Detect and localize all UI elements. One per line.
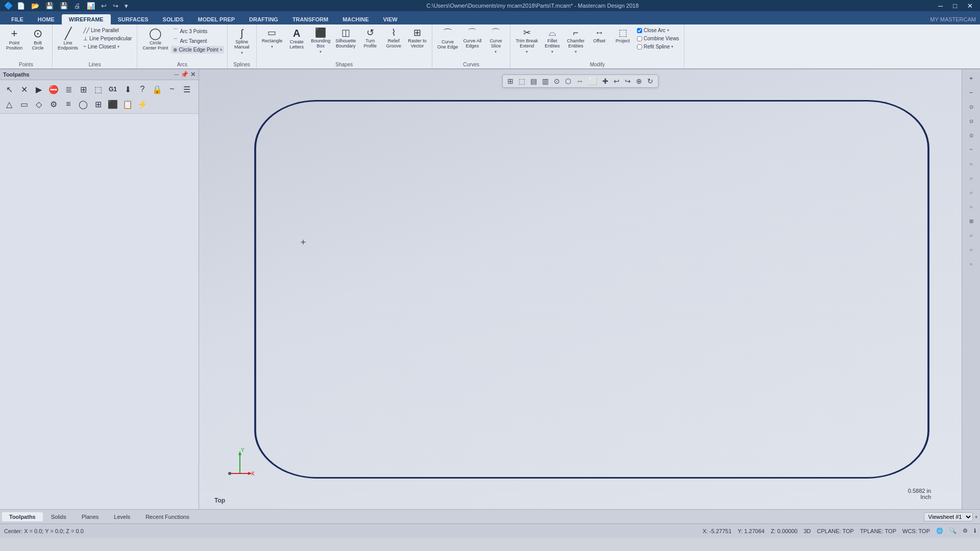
combine-views-checkbox[interactable] [637,36,642,41]
bolt-circle-button[interactable]: ⊙ BoltCircle [27,27,49,52]
tab-wireframe[interactable]: WIREFRAME [62,14,111,24]
curve-all-edges-button[interactable]: ⌒ Curve AllEdges [461,27,483,50]
tp-flash-button[interactable]: ⚡ [135,97,150,111]
save-icon[interactable]: 💾 [43,1,56,11]
rs-dot5-button[interactable]: ○ [964,243,979,256]
tp-down-button[interactable]: ⬇ [120,82,135,96]
rectangle-button[interactable]: ▭ Rectangle ▾ [260,27,285,51]
tab-toolpaths[interactable]: Toolpaths [2,512,43,521]
vp-wireframe-icon[interactable]: ▥ [541,76,550,86]
tab-machine[interactable]: MACHINE [335,14,376,24]
rs-view2-button[interactable]: ⊙ [964,114,979,128]
undo-icon[interactable]: ↩ [99,1,109,11]
tp-circle-button[interactable]: ◯ [76,97,90,111]
close-arc-checkbox[interactable] [637,28,642,33]
tp-delete-button[interactable]: ✕ [17,82,31,96]
refit-spline-dropdown[interactable]: ▾ [671,44,673,49]
tab-view[interactable]: VIEW [376,14,405,24]
circle-edge-point-button[interactable]: ⊕ Circle Edge Point ▾ [171,46,224,54]
status-search-icon[interactable]: 🔍 [949,528,957,534]
tab-levels[interactable]: Levels [107,512,137,521]
curve-one-edge-button[interactable]: ⌒ CurveOne Edge [435,27,460,51]
tp-clipboard-button[interactable]: 📋 [120,97,135,111]
vp-fit-icon[interactable]: ↔ [575,76,585,86]
quick-access-more[interactable]: ▾ [122,1,130,11]
arc-tangent-button[interactable]: ⌒ Arc Tangent [171,36,224,45]
create-letters-button[interactable]: A CreateLetters [285,27,308,51]
rs-dot1-button[interactable]: ○ [964,171,979,185]
fillet-dropdown[interactable]: ▾ [551,49,553,54]
tab-drafting[interactable]: DRAFTING [242,14,285,24]
trim-break-extend-button[interactable]: ✂ Trim BreakExtend ▾ [513,27,540,56]
toolpaths-close-button[interactable]: ✕ [190,71,195,78]
vp-window-icon[interactable]: ⬜ [587,76,599,86]
close-arc-button[interactable]: Close Arc ▾ [635,27,681,34]
tab-solids[interactable]: SOLIDS [156,14,191,24]
tp-deselect-button[interactable]: ⛔ [46,82,61,96]
viewsheet-add-icon[interactable]: + [975,514,978,520]
status-globe-icon[interactable]: 🌐 [936,528,943,534]
spline-manual-button[interactable]: ∫ SplineManual ▾ [231,27,253,57]
refit-spline-checkbox[interactable] [637,44,642,49]
circle-center-point-button[interactable]: ◯ CircleCenter Point [140,27,170,52]
project-button[interactable]: ⬚ Project [611,27,634,45]
vp-zoom-icon[interactable]: ✚ [601,76,610,86]
rs-grid2-button[interactable]: ⊞ [964,214,979,228]
viewsheet-selector[interactable]: Viewsheet #1 [924,512,973,521]
mastercam-account[interactable]: MY MASTERCAM [930,16,976,24]
vp-grid-icon[interactable]: ⊞ [506,76,515,86]
vp-redo-view-icon[interactable]: ↪ [623,76,632,86]
tp-help-button[interactable]: ? [135,82,150,96]
bounding-box-dropdown[interactable]: ▾ [320,49,322,54]
rectangle-dropdown[interactable]: ▾ [271,44,273,49]
rs-dot3-button[interactable]: ○ [964,200,979,213]
turn-profile-button[interactable]: ↺ TurnProfile [359,27,381,50]
combine-views-button[interactable]: Combine Views [635,35,681,42]
tab-home[interactable]: HOME [31,14,62,24]
vp-shade-icon[interactable]: ▤ [529,76,538,86]
viewport[interactable]: ⊞ ⬚ ▤ ▥ ⊙ ⬡ ↔ ⬜ ✚ ↩ ↪ ⊕ ↻ + [199,69,962,509]
rs-zoom-in-button[interactable]: + [964,71,979,85]
tp-lines-button[interactable]: ☰ [180,82,194,96]
bounding-box-button[interactable]: ⬛ BoundingBox ▾ [309,27,332,56]
tp-triangle-button[interactable]: △ [2,97,16,111]
close-arc-dropdown[interactable]: ▾ [667,28,669,33]
line-perpendicular-button[interactable]: ⊥ Line Perpendicular [81,35,134,42]
line-endpoints-button[interactable]: ╱ LineEndpoints [56,27,80,52]
toolpaths-pin-button[interactable]: 📌 [181,71,188,78]
circle-edge-dropdown[interactable]: ▾ [220,47,222,52]
rs-circle-button[interactable]: ○ [964,157,979,170]
rs-view3-button[interactable]: ⊙ [964,129,979,142]
vp-add-icon[interactable]: ⊕ [634,76,644,86]
arc-3points-button[interactable]: ⌒ Arc 3 Points [171,27,224,36]
rs-wave-button[interactable]: ~ [964,143,979,156]
minimize-button[interactable]: ─ [935,2,946,10]
spline-manual-dropdown[interactable]: ▾ [241,51,243,55]
chamfer-entities-button[interactable]: ⌐ ChamferEntities ▾ [565,27,587,56]
rs-dot4-button[interactable]: ○ [964,229,979,242]
tp-rect-button[interactable]: ▭ [17,97,31,111]
rs-view1-button[interactable]: ⊙ [964,100,979,113]
tp-select-all-button[interactable]: ▶ [32,82,46,96]
maximize-button[interactable]: □ [950,2,960,10]
curve-slice-dropdown[interactable]: ▾ [495,49,497,54]
rs-zoom-out-button[interactable]: − [964,86,979,99]
trim-dropdown[interactable]: ▾ [526,49,528,54]
tp-square-button[interactable]: ⬛ [106,97,120,111]
vp-hex-icon[interactable]: ⬡ [564,76,573,86]
tp-list-button[interactable]: ≣ [61,82,76,96]
tab-file[interactable]: FILE [4,14,31,24]
close-button[interactable]: ✕ [964,2,976,10]
tp-grid-button[interactable]: ⊞ [91,97,105,111]
fillet-entities-button[interactable]: ⌓ FilletEntities ▾ [541,27,564,56]
tp-diamond-button[interactable]: ◇ [32,97,46,111]
tp-copy-button[interactable]: ⬚ [91,82,105,96]
line-closest-button[interactable]: ~ Line Closest ▾ [81,43,134,51]
tab-solids[interactable]: Solids [44,512,74,521]
tp-wave-button[interactable]: ~ [165,82,179,96]
status-settings-icon[interactable]: ⚙ [963,528,968,534]
tab-planes[interactable]: Planes [75,512,106,521]
vp-display-icon[interactable]: ⬚ [517,76,527,86]
relief-groove-button[interactable]: ⌇ ReliefGroove [382,27,405,50]
raster-to-vector-button[interactable]: ⊞ Raster toVector [406,27,429,50]
